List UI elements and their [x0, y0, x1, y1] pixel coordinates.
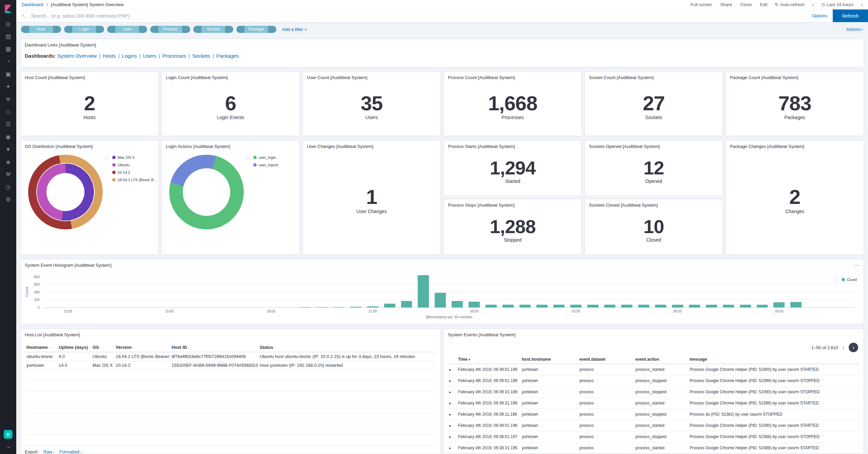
infrastructure-icon[interactable]: ◇ — [0, 106, 16, 118]
canvas-icon[interactable]: ▣ — [0, 68, 16, 80]
expand-row-icon[interactable]: ▸ — [449, 390, 451, 394]
host-row[interactable]: ubuntu-bionic4.0Ubuntu18.04.1 LTS (Bioni… — [25, 352, 436, 361]
os-distribution-donut[interactable] — [28, 155, 103, 229]
histogram-bar[interactable] — [502, 305, 514, 307]
histogram-bar[interactable] — [672, 305, 683, 307]
legend-item-user-login[interactable]: user_login — [253, 155, 278, 159]
monitoring-icon[interactable]: ◷ — [0, 181, 16, 193]
time-forward-button[interactable]: › — [861, 2, 863, 7]
histogram-bar[interactable] — [367, 306, 378, 307]
expand-cell[interactable]: ▸ — [448, 398, 457, 409]
expand-row-icon[interactable]: ▸ — [449, 401, 451, 405]
kibana-logo[interactable] — [3, 3, 14, 14]
histogram-bar[interactable] — [384, 304, 395, 307]
timelion-icon[interactable]: ◔ — [0, 55, 16, 68]
histogram-bar[interactable] — [553, 305, 565, 307]
time-picker-button[interactable]: ◷ Last 24 hours — [821, 2, 853, 7]
graph-icon[interactable]: ◈ — [0, 156, 16, 168]
uptime-icon[interactable]: ♥ — [0, 143, 16, 156]
filter-pill-login[interactable]: Login — [64, 26, 104, 33]
histogram-bar[interactable] — [773, 302, 785, 307]
legend-toggle-icon[interactable]: ‹ — [104, 155, 110, 160]
histogram-bar[interactable] — [638, 305, 649, 307]
events-col-event-dataset[interactable]: event.dataset — [578, 355, 634, 364]
events-col-event-action[interactable]: event.action — [634, 355, 688, 364]
top-action-full-screen[interactable]: Full screen — [691, 2, 712, 7]
space-badge[interactable]: D — [4, 430, 13, 439]
legend-toggle-icon[interactable]: ‹ — [834, 277, 840, 282]
histogram-bar[interactable] — [689, 305, 700, 307]
expand-cell[interactable]: ▸ — [448, 364, 457, 375]
host-col-version[interactable]: Version↕ — [114, 343, 170, 352]
expand-cell[interactable]: ▸ — [448, 431, 457, 442]
login-actions-donut[interactable] — [169, 155, 244, 229]
expand-cell[interactable]: ▸ — [448, 442, 457, 454]
breadcrumb-dashboard-link[interactable]: Dashboard — [22, 2, 43, 7]
events-col-message[interactable]: message — [688, 355, 860, 364]
dashboard-link-hosts[interactable]: Hosts — [103, 53, 116, 59]
expand-row-icon[interactable]: ▸ — [449, 435, 451, 439]
histogram-bar[interactable] — [570, 305, 581, 307]
management-icon[interactable]: ⚙ — [0, 193, 16, 206]
expand-row-icon[interactable]: ▸ — [449, 446, 451, 450]
filter-actions-link[interactable]: Actions › — [846, 27, 863, 32]
histogram-bar[interactable] — [350, 307, 361, 307]
dashboard-link-logins[interactable]: Logins — [122, 53, 137, 59]
filter-pill-socket[interactable]: Socket — [193, 26, 233, 33]
histogram-bar[interactable] — [519, 305, 531, 307]
events-col-Time[interactable]: Time ▾ — [457, 355, 520, 364]
host-col-uptime-days-[interactable]: Uptime (days)↕ — [57, 343, 91, 352]
histogram-bar[interactable] — [757, 305, 768, 307]
export-raw-link[interactable]: Raw↓ — [43, 449, 55, 454]
dashboard-icon[interactable]: ▦ — [0, 43, 16, 55]
count-legend-label[interactable]: Count — [847, 278, 857, 282]
apm-icon[interactable]: ◉ — [0, 131, 16, 143]
histogram-bar[interactable] — [740, 305, 751, 307]
host-col-status[interactable]: Status↕ — [258, 343, 436, 352]
host-col-os[interactable]: OS↕ — [91, 343, 114, 352]
legend-item-mac-os-x[interactable]: Mac OS X — [112, 155, 157, 159]
discover-icon[interactable]: ◎ — [0, 18, 16, 30]
histogram-bar[interactable] — [621, 305, 632, 307]
dev-tools-icon[interactable]: ⚒ — [0, 168, 16, 181]
histogram-bar[interactable] — [604, 305, 615, 307]
histogram-bar[interactable] — [655, 305, 666, 307]
machine-learning-icon[interactable]: ≋ — [0, 93, 16, 106]
panel-options-icon[interactable]: ⋯ — [854, 262, 860, 268]
expand-cell[interactable]: ▸ — [448, 420, 457, 431]
expand-row-icon[interactable]: ▸ — [449, 379, 451, 383]
histogram-bar[interactable] — [333, 307, 344, 307]
host-row[interactable]: yorktown14.0Mac OS X10.14.2155320EF-9AB6… — [25, 361, 436, 370]
expand-row-icon[interactable]: ▸ — [449, 423, 451, 428]
auto-refresh-button[interactable]: ↻ Auto-refresh — [775, 2, 804, 7]
expand-cell[interactable]: ▸ — [448, 409, 457, 420]
dashboard-link-packages[interactable]: Packages — [216, 53, 239, 59]
add-filter-link[interactable]: Add a filter + — [282, 27, 307, 32]
query-options-link[interactable]: Options — [812, 13, 827, 18]
histogram-bar[interactable] — [587, 305, 598, 307]
dashboard-link-users[interactable]: Users — [143, 53, 156, 59]
histogram-bar[interactable] — [299, 307, 311, 307]
legend-item-ubuntu[interactable]: Ubuntu — [112, 163, 157, 167]
expand-row-icon[interactable]: ▸ — [449, 367, 451, 372]
filter-pill-process[interactable]: Process — [150, 26, 190, 33]
host-col-hostname[interactable]: Hostname↕ — [25, 343, 57, 352]
histogram-bar[interactable] — [790, 302, 802, 307]
histogram-bar[interactable] — [435, 293, 446, 307]
dashboard-link-sockets[interactable]: Sockets — [192, 53, 210, 59]
events-col-host-hostname[interactable]: host.hostname — [520, 355, 578, 364]
expand-cell[interactable]: ▸ — [448, 375, 457, 386]
pagination-next-button[interactable]: › — [849, 343, 858, 352]
maps-icon[interactable]: ✦ — [0, 80, 16, 93]
collapse-sidebar-icon[interactable]: → — [6, 443, 11, 449]
histogram-bar[interactable] — [401, 301, 412, 307]
histogram-bar[interactable] — [536, 305, 548, 307]
dashboard-link-system-overview[interactable]: System Overview — [57, 53, 97, 59]
expand-cell[interactable]: ▸ — [448, 386, 457, 398]
pagination-prev-button[interactable]: ‹ — [842, 344, 845, 351]
filter-pill-package[interactable]: Package — [236, 26, 276, 33]
histogram-bar[interactable] — [469, 302, 480, 307]
refresh-button[interactable]: Refresh — [833, 10, 868, 22]
top-action-clone[interactable]: Clone — [740, 2, 752, 7]
legend-item-18-04-1-lts-bionic-b-[interactable]: 18.04.1 LTS (Bionic B... — [112, 178, 157, 182]
